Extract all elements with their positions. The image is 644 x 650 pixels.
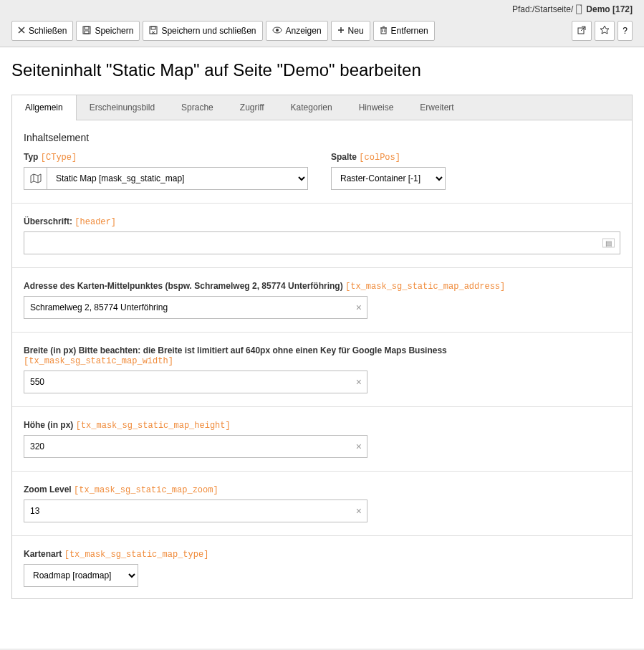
save-close-button[interactable]: Speichern und schließen bbox=[143, 21, 262, 41]
divider bbox=[12, 471, 632, 472]
svg-marker-21 bbox=[600, 26, 609, 34]
divider bbox=[12, 406, 632, 407]
page-title: Seiteninhalt "Static Map" auf Seite "Dem… bbox=[0, 47, 644, 95]
tab-access[interactable]: Zugriff bbox=[227, 95, 278, 120]
zoom-label: Zoom Level [tx_mask_sg_static_map_zoom] bbox=[24, 484, 620, 495]
svg-rect-4 bbox=[85, 27, 89, 29]
tab-notes[interactable]: Hinweise bbox=[346, 95, 408, 120]
divider bbox=[12, 332, 632, 333]
zoom-input[interactable] bbox=[24, 500, 367, 522]
eye-icon bbox=[272, 26, 282, 36]
path-root[interactable]: /Startseite/ bbox=[532, 4, 573, 15]
main-panel: Seiteninhalt "Static Map" auf Seite "Dem… bbox=[0, 47, 644, 649]
map-icon bbox=[24, 167, 47, 190]
divider bbox=[12, 267, 632, 268]
width-label: Breite (in px) Bitte beachten: die Breit… bbox=[24, 345, 539, 366]
close-button[interactable]: Schließen bbox=[11, 21, 73, 41]
clear-icon[interactable]: × bbox=[356, 302, 362, 313]
tab-categories[interactable]: Kategorien bbox=[278, 95, 346, 120]
svg-rect-5 bbox=[85, 31, 89, 34]
tab-language[interactable]: Sprache bbox=[168, 95, 227, 120]
tab-panel: Inhaltselement Typ [CType] Static Map [m… bbox=[11, 120, 633, 599]
tab-general[interactable]: Allgemein bbox=[12, 95, 77, 120]
column-label: Spalte [colPos] bbox=[331, 152, 446, 163]
path-current: Demo [172] bbox=[586, 4, 633, 15]
height-label: Höhe (in px) [tx_mask_sg_static_map_heig… bbox=[24, 420, 620, 431]
svg-point-11 bbox=[276, 29, 279, 32]
address-input[interactable] bbox=[24, 296, 367, 319]
svg-rect-7 bbox=[151, 27, 155, 29]
width-tech: [tx_mask_sg_static_map_width] bbox=[24, 356, 173, 366]
maptype-label: Kartenart [tx_mask_sg_static_map_type] bbox=[24, 549, 620, 560]
trash-icon bbox=[380, 26, 388, 37]
close-label: Schließen bbox=[29, 26, 67, 36]
save-label: Speichern bbox=[95, 26, 133, 36]
save-close-label: Speichern und schließen bbox=[161, 26, 256, 36]
star-icon bbox=[600, 25, 610, 37]
width-input[interactable] bbox=[24, 371, 367, 393]
zoom-tech: [tx_mask_sg_static_map_zoom] bbox=[74, 485, 218, 495]
breadcrumb: Pfad: /Startseite/ Demo [172] bbox=[0, 0, 644, 18]
bookmark-button[interactable] bbox=[595, 21, 615, 41]
close-icon bbox=[18, 26, 25, 36]
divider bbox=[12, 535, 632, 536]
maptype-select[interactable]: Roadmap [roadmap] bbox=[24, 564, 138, 587]
save-icon bbox=[82, 26, 91, 37]
tabs: Allgemein Erscheinungsbild Sprache Zugri… bbox=[11, 95, 633, 120]
clear-icon[interactable]: × bbox=[356, 505, 362, 517]
column-tech: [colPos] bbox=[359, 153, 400, 163]
new-button[interactable]: Neu bbox=[331, 21, 370, 41]
header-tech: [header] bbox=[75, 217, 116, 227]
external-icon bbox=[577, 25, 587, 37]
save-button[interactable]: Speichern bbox=[76, 21, 140, 41]
path-label: Pfad: bbox=[512, 4, 532, 15]
plus-icon bbox=[337, 26, 345, 36]
section-heading: Inhaltselement bbox=[24, 132, 620, 143]
address-tech: [tx_mask_sg_static_map_address] bbox=[345, 282, 505, 292]
help-label: ? bbox=[623, 26, 628, 36]
header-label: Überschrift: [header] bbox=[24, 216, 620, 227]
new-label: Neu bbox=[348, 26, 364, 36]
view-button[interactable]: Anzeigen bbox=[266, 21, 328, 41]
clear-icon[interactable]: × bbox=[356, 376, 362, 388]
view-label: Anzeigen bbox=[286, 26, 322, 36]
tab-extended[interactable]: Erweitert bbox=[407, 95, 467, 120]
tab-appearance[interactable]: Erscheinungsbild bbox=[77, 95, 168, 120]
delete-label: Entfernen bbox=[391, 26, 428, 36]
clear-icon[interactable]: × bbox=[356, 441, 362, 452]
svg-rect-0 bbox=[577, 5, 582, 14]
svg-rect-14 bbox=[381, 28, 386, 34]
save-close-icon bbox=[149, 26, 158, 37]
type-select[interactable]: Static Map [mask_sg_static_map] bbox=[47, 167, 308, 190]
delete-button[interactable]: Entfernen bbox=[373, 21, 435, 41]
open-external-button[interactable] bbox=[572, 21, 592, 41]
address-label: Adresse des Karten-Mittelpunktes (bspw. … bbox=[24, 281, 620, 292]
type-label: Typ [CType] bbox=[24, 152, 308, 163]
svg-line-20 bbox=[581, 27, 585, 31]
help-button[interactable]: ? bbox=[617, 21, 633, 41]
header-input[interactable] bbox=[24, 231, 620, 254]
height-tech: [tx_mask_sg_static_map_height] bbox=[76, 421, 231, 431]
page-icon bbox=[573, 4, 586, 15]
toolbar: Schließen Speichern Speichern und schlie… bbox=[0, 18, 644, 47]
input-assist-icon[interactable]: ▤ bbox=[602, 239, 615, 248]
height-input[interactable] bbox=[24, 435, 367, 458]
maptype-tech: [tx_mask_sg_static_map_type] bbox=[64, 550, 209, 560]
column-select[interactable]: Raster-Container [-1] bbox=[331, 167, 446, 190]
divider bbox=[12, 203, 632, 204]
type-tech: [CType] bbox=[41, 153, 77, 163]
